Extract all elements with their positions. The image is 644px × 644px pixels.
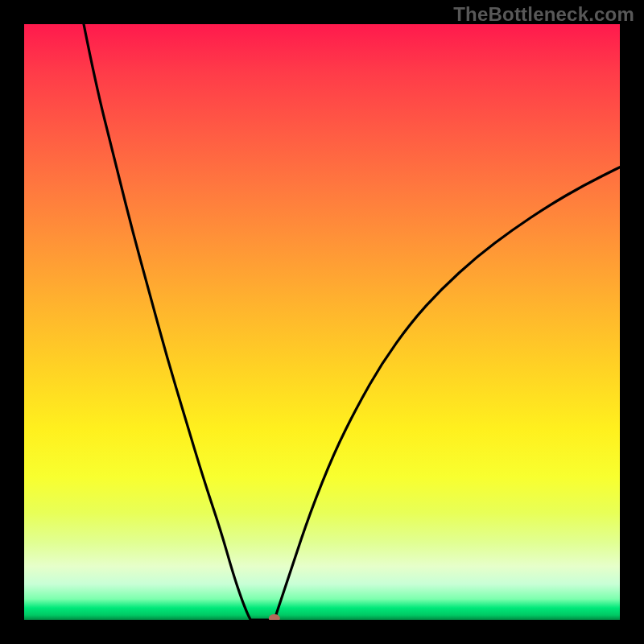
plot-area — [24, 24, 620, 620]
chart-frame: TheBottleneck.com — [0, 0, 644, 644]
watermark-text: TheBottleneck.com — [453, 3, 634, 26]
bottleneck-curve — [24, 24, 620, 620]
curve-line — [84, 24, 620, 620]
optimal-point-marker — [269, 614, 280, 620]
